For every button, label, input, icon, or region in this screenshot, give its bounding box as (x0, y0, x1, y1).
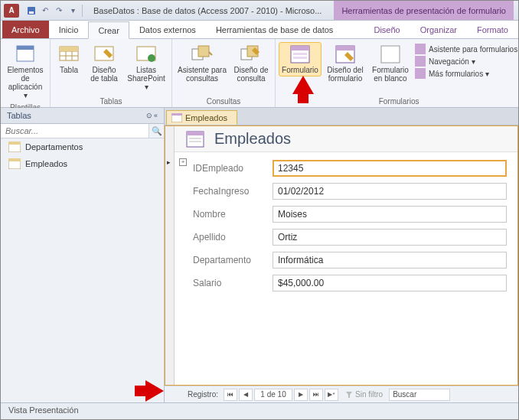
field-fechaingreso: FechaIngreso 01/02/2012 (193, 183, 507, 200)
apellido-input[interactable]: Ortiz (273, 229, 507, 246)
field-idempleado: IDEmpleado 12345 (193, 160, 507, 177)
record-position[interactable]: 1 de 10 (254, 389, 292, 401)
svg-rect-30 (8, 158, 21, 161)
group-tablas: Tabla Diseño de tabla Listas SharePoint … (51, 39, 172, 107)
redo-icon[interactable]: ↷ (53, 5, 65, 17)
context-title: Herramientas de presentación de formular… (334, 1, 514, 20)
annotation-arrow-registro (145, 380, 164, 402)
tab-diseno[interactable]: Diseño (364, 21, 410, 38)
group-formularios: Formulario Diseño del formulario Formula… (276, 39, 519, 107)
new-record-button[interactable]: ▶* (325, 389, 338, 401)
formularios-menu: Asistente para formularios Navegación ▾ … (413, 42, 519, 80)
svg-point-12 (148, 54, 155, 62)
listas-sharepoint-button[interactable]: Listas SharePoint ▾ (124, 42, 168, 93)
undo-icon[interactable]: ↶ (39, 5, 51, 17)
navegacion-item[interactable]: Navegación ▾ (415, 56, 517, 67)
salario-input[interactable]: $45,000.00 (273, 275, 507, 291)
record-search-input[interactable]: Buscar (389, 389, 450, 401)
tab-herramientas-bd[interactable]: Herramientas de base de datos (206, 21, 343, 38)
fechaingreso-input[interactable]: 01/02/2012 (273, 183, 507, 200)
diseno-consulta-button[interactable]: Diseño de consulta (230, 42, 272, 85)
svg-rect-20 (293, 57, 307, 59)
svg-rect-24 (415, 44, 426, 54)
save-icon[interactable] (25, 5, 38, 17)
svg-rect-26 (415, 68, 426, 79)
svg-rect-3 (17, 46, 34, 50)
nav-collapse-icon[interactable]: « (154, 112, 158, 119)
nav-item-departamentos[interactable]: Departamentos (1, 138, 164, 155)
search-icon[interactable]: 🔍 (149, 124, 164, 138)
quick-access-toolbar: ↶ ↷ ▾ (25, 5, 79, 17)
svg-rect-34 (187, 132, 204, 135)
search-input[interactable] (1, 124, 149, 138)
tab-organizar[interactable]: Organizar (410, 21, 467, 38)
prev-record-button[interactable]: ◀ (239, 389, 253, 401)
formulario-button[interactable]: Formulario (279, 42, 322, 77)
expand-icon[interactable]: + (179, 158, 187, 166)
elementos-aplicacion-button[interactable]: Elementos de aplicación ▾ (4, 42, 47, 102)
group-plantillas: Elementos de aplicación ▾ Plantillas (1, 39, 51, 107)
window-title: BaseDatos : Base de datos (Access 2007 -… (86, 3, 329, 18)
ribbon: Elementos de aplicación ▾ Plantillas Tab… (1, 39, 518, 108)
svg-rect-14 (198, 46, 209, 57)
svg-rect-35 (189, 138, 201, 139)
asistente-formularios-item[interactable]: Asistente para formularios (415, 44, 517, 54)
annotation-arrow-formulario (292, 76, 314, 94)
next-record-button[interactable]: ▶ (294, 389, 308, 401)
idempleado-input[interactable]: 12345 (273, 160, 507, 177)
svg-rect-9 (60, 47, 78, 51)
filter-indicator[interactable]: Sin filtro (345, 390, 383, 399)
field-departamento: Departamento Informática (193, 252, 507, 269)
tab-inicio[interactable]: Inicio (49, 21, 89, 38)
doc-tab-empleados[interactable]: Empleados (166, 110, 237, 125)
tab-file[interactable]: Archivo (2, 21, 49, 38)
svg-rect-25 (415, 56, 426, 67)
nav-search: 🔍 (1, 124, 164, 138)
nombre-input[interactable]: Moises (273, 206, 507, 223)
mas-formularios-item[interactable]: Más formularios ▾ (415, 68, 517, 79)
tabla-button[interactable]: Tabla (54, 42, 84, 77)
record-navigator: Registro: ⏮ ◀ 1 de 10 ▶ ⏭ ▶* Sin filtro … (165, 386, 518, 402)
navigation-pane: Tablas ⊙ « 🔍 Departamentos Empleados (1, 108, 165, 402)
tab-formato[interactable]: Formato (467, 21, 518, 38)
field-nombre: Nombre Moises (193, 206, 507, 223)
tab-datos-externos[interactable]: Datos externos (129, 21, 206, 38)
asistente-consultas-button[interactable]: Asistente para consultas (175, 42, 229, 85)
formulario-blanco-button[interactable]: Formulario en blanco (369, 42, 412, 85)
title-bar: A ↶ ↷ ▾ BaseDatos : Base de datos (Acces… (1, 1, 518, 21)
last-record-button[interactable]: ⏭ (309, 389, 323, 401)
nav-header[interactable]: Tablas ⊙ « (1, 108, 164, 124)
svg-rect-18 (291, 46, 309, 50)
app-icon: A (4, 4, 19, 18)
svg-rect-28 (8, 142, 21, 145)
svg-rect-23 (381, 46, 400, 63)
ribbon-tabs: Archivo Inicio Crear Datos externos Herr… (1, 21, 518, 39)
diseno-formulario-button[interactable]: Diseño del formulario (323, 42, 367, 85)
nav-dropdown-icon[interactable]: ⊙ (146, 112, 152, 119)
svg-rect-19 (293, 53, 307, 55)
qat-menu-icon[interactable]: ▾ (67, 5, 79, 17)
diseno-tabla-button[interactable]: Diseño de tabla (86, 42, 122, 85)
record-selector[interactable] (165, 126, 175, 385)
field-salario: Salario $45,000.00 (193, 275, 507, 291)
main-area: Empleados Empleados + IDEmpleado 12345 F… (165, 108, 518, 402)
svg-rect-32 (171, 113, 182, 116)
svg-rect-22 (336, 46, 354, 50)
status-bar: Vista Presentación (1, 402, 518, 419)
field-apellido: Apellido Ortiz (193, 229, 507, 246)
departamento-input[interactable]: Informática (273, 252, 507, 269)
form-title: Empleados (214, 130, 291, 148)
nav-item-empleados[interactable]: Empleados (1, 155, 164, 172)
group-consultas: Asistente para consultas Diseño de consu… (172, 39, 276, 107)
form-header: Empleados (175, 126, 517, 152)
svg-rect-36 (189, 141, 201, 142)
tab-crear[interactable]: Crear (88, 21, 129, 39)
svg-rect-1 (29, 11, 34, 14)
first-record-button[interactable]: ⏮ (224, 389, 237, 401)
form-view: Empleados + IDEmpleado 12345 FechaIngres… (165, 125, 518, 386)
